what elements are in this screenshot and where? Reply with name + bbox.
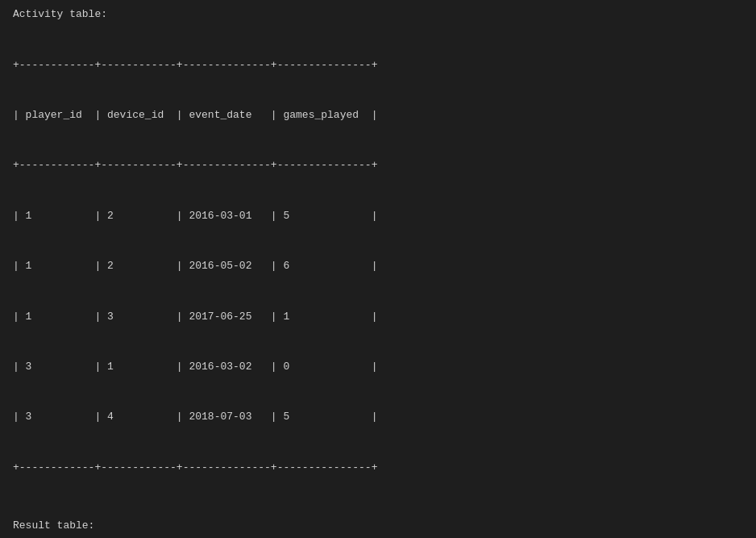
activity-border-mid: +------------+------------+-------------…: [13, 157, 743, 174]
activity-border-top: +------------+------------+-------------…: [13, 57, 743, 74]
result-table: +------------+--------------+-----------…: [13, 535, 743, 538]
activity-border-bottom: +------------+------------+-------------…: [13, 460, 743, 477]
activity-row-3: | 1 | 3 | 2017-06-25 | 1 |: [13, 309, 743, 326]
result-table-section: Result table: +------------+------------…: [13, 519, 743, 538]
activity-row-1: | 1 | 2 | 2016-03-01 | 5 |: [13, 208, 743, 225]
activity-table-section: Activity table: +------------+----------…: [13, 8, 743, 510]
result-table-title: Result table:: [13, 519, 743, 532]
activity-row-2: | 1 | 2 | 2016-05-02 | 6 |: [13, 258, 743, 275]
activity-row-5: | 3 | 4 | 2018-07-03 | 5 |: [13, 409, 743, 426]
activity-row-4: | 3 | 1 | 2016-03-02 | 0 |: [13, 359, 743, 376]
activity-table-title: Activity table:: [13, 8, 743, 20]
activity-table: +------------+------------+-------------…: [13, 23, 743, 510]
main-content: Activity table: +------------+----------…: [0, 0, 756, 538]
activity-header: | player_id | device_id | event_date | g…: [13, 107, 743, 124]
